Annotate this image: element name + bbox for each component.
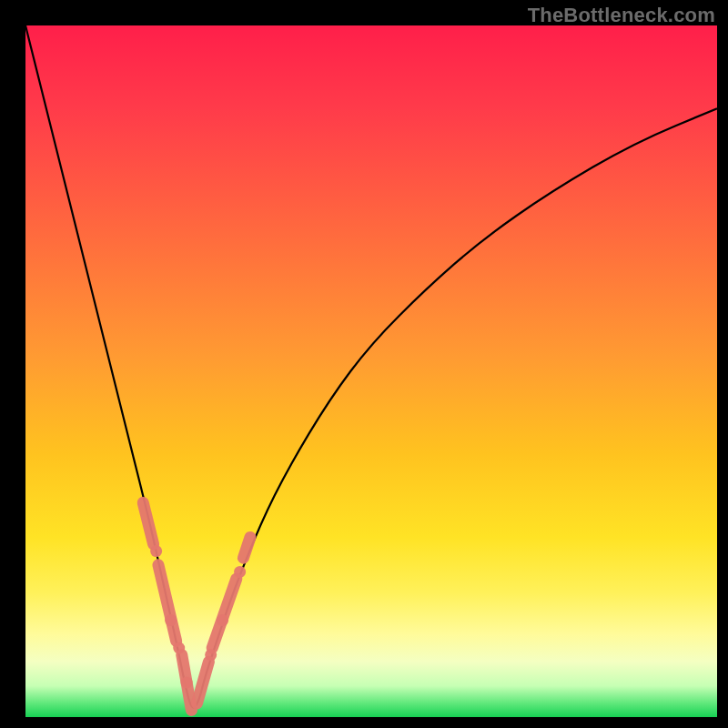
svg-point-1: [150, 545, 162, 557]
watermark: TheBottleneck.com: [528, 4, 715, 27]
curve-layer: [25, 25, 717, 717]
svg-point-2: [165, 614, 177, 626]
plot-area: [25, 25, 717, 717]
bottleneck-curve: [25, 25, 717, 707]
chart-frame: TheBottleneck.com: [0, 0, 728, 728]
svg-point-3: [173, 642, 185, 654]
svg-point-6: [217, 614, 228, 626]
svg-point-5: [205, 649, 217, 661]
svg-point-4: [181, 677, 193, 689]
marker-segments: [143, 502, 250, 710]
svg-point-7: [234, 566, 246, 578]
